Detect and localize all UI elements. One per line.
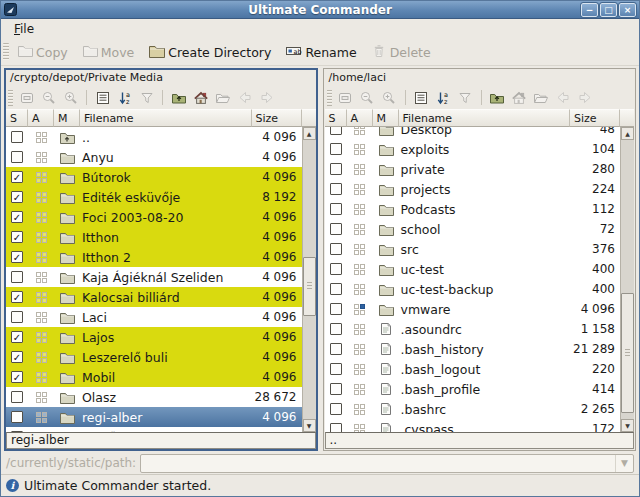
select-checkbox[interactable] <box>325 383 347 395</box>
select-checkbox[interactable] <box>325 283 347 295</box>
file-row[interactable]: Desktop48 <box>325 127 621 139</box>
select-checkbox[interactable] <box>6 431 28 432</box>
title-bar[interactable]: Ultimate Commander − □ × <box>1 1 639 19</box>
file-row[interactable]: vmware4 096 <box>325 299 621 319</box>
select-checkbox[interactable] <box>6 271 28 283</box>
list-view-icon[interactable] <box>92 88 113 107</box>
file-row[interactable]: src376 <box>325 239 621 259</box>
toolbar-button-rename[interactable]: abRename <box>281 42 360 63</box>
select-checkbox[interactable]: ✓ <box>6 291 28 303</box>
select-checkbox[interactable] <box>325 363 347 375</box>
column-header-size[interactable]: Size <box>252 109 302 127</box>
select-checkbox[interactable] <box>6 151 28 163</box>
file-row[interactable]: ✓Bútorok4 096 <box>6 167 302 187</box>
column-header-a[interactable]: A <box>28 109 54 127</box>
toolbar-button-create-directory[interactable]: Create Directory <box>144 42 275 63</box>
home-icon[interactable] <box>190 88 211 107</box>
select-checkbox[interactable]: ✓ <box>6 191 28 203</box>
select-checkbox[interactable] <box>6 411 28 423</box>
up-directory-icon[interactable] <box>168 88 189 107</box>
pane-toolbar-drag-handle[interactable] <box>8 90 13 106</box>
file-row[interactable]: .cvspass172 <box>325 419 621 432</box>
right-scrollbar[interactable]: ▲ ▼ <box>620 127 634 432</box>
scroll-down-icon[interactable]: ▼ <box>621 419 634 432</box>
list-view-icon[interactable] <box>411 88 432 107</box>
select-checkbox[interactable]: ✓ <box>6 231 28 243</box>
file-row[interactable]: .bash_history21 289 <box>325 339 621 359</box>
select-checkbox[interactable] <box>6 311 28 323</box>
left-scrollbar-trough[interactable] <box>303 140 316 419</box>
maximize-button[interactable]: □ <box>600 3 617 17</box>
select-checkbox[interactable] <box>325 423 347 432</box>
select-checkbox[interactable]: ✓ <box>6 351 28 363</box>
file-row[interactable]: private280 <box>325 159 621 179</box>
select-checkbox[interactable] <box>325 323 347 335</box>
select-checkbox[interactable]: ✓ <box>6 171 28 183</box>
select-checkbox[interactable]: ✓ <box>6 211 28 223</box>
file-row[interactable]: regi-alber4 096 <box>6 407 302 427</box>
right-scrollbar-thumb[interactable] <box>621 293 634 413</box>
file-row[interactable]: uc-test-backup400 <box>325 279 621 299</box>
select-checkbox[interactable] <box>325 203 347 215</box>
file-row[interactable]: ✓Leszerelő buli4 096 <box>6 347 302 367</box>
file-row[interactable]: ✓Itthon4 096 <box>6 227 302 247</box>
file-row[interactable]: exploits104 <box>325 139 621 159</box>
select-checkbox[interactable]: ✓ <box>6 371 28 383</box>
select-checkbox[interactable] <box>6 391 28 403</box>
file-row[interactable]: ✓Kalocsai billiárd4 096 <box>6 287 302 307</box>
column-header-filename[interactable]: Filename <box>399 109 571 127</box>
select-checkbox[interactable] <box>325 127 347 135</box>
file-row[interactable]: .asoundrc1 158 <box>325 319 621 339</box>
file-row[interactable]: Szülők4 096 <box>6 427 302 432</box>
select-checkbox[interactable] <box>325 343 347 355</box>
column-header-a[interactable]: A <box>347 109 373 127</box>
menu-file[interactable]: File <box>6 20 42 38</box>
pane-toolbar-drag-handle[interactable] <box>327 90 332 106</box>
select-checkbox[interactable] <box>325 223 347 235</box>
file-row[interactable]: ✓Itthon 24 096 <box>6 247 302 267</box>
column-header-m[interactable]: M <box>54 109 80 127</box>
minimize-button[interactable]: − <box>581 3 598 17</box>
file-row[interactable]: .bash_logout220 <box>325 359 621 379</box>
file-row[interactable]: Kaja Ágiéknál Szeliden4 096 <box>6 267 302 287</box>
file-row[interactable]: uc-test400 <box>325 259 621 279</box>
column-header-s[interactable]: S <box>325 109 347 127</box>
column-header-size[interactable]: Size <box>570 109 620 127</box>
file-row[interactable]: ✓Editék esküvője8 192 <box>6 187 302 207</box>
file-row[interactable]: .bash_profile414 <box>325 379 621 399</box>
select-checkbox[interactable]: ✓ <box>6 331 28 343</box>
left-scrollbar[interactable]: ▲ ▼ <box>302 127 316 432</box>
column-header-filename[interactable]: Filename <box>80 109 252 127</box>
column-header-m[interactable]: M <box>373 109 399 127</box>
select-checkbox[interactable] <box>325 303 347 315</box>
file-row[interactable]: ✓Lajos4 096 <box>6 327 302 347</box>
file-row[interactable]: Olasz28 672 <box>6 387 302 407</box>
select-checkbox[interactable] <box>325 403 347 415</box>
scroll-up-icon[interactable]: ▲ <box>621 127 634 140</box>
file-row[interactable]: school72 <box>325 219 621 239</box>
select-checkbox[interactable] <box>325 183 347 195</box>
column-header-s[interactable]: S <box>6 109 28 127</box>
file-row[interactable]: ✓Mobil4 096 <box>6 367 302 387</box>
scroll-down-icon[interactable]: ▼ <box>303 419 316 432</box>
sort-icon[interactable]: az <box>433 88 454 107</box>
file-row[interactable]: ..4 096 <box>6 127 302 147</box>
select-checkbox[interactable]: ✓ <box>6 251 28 263</box>
scroll-up-icon[interactable]: ▲ <box>303 127 316 140</box>
left-scrollbar-thumb[interactable] <box>303 257 316 316</box>
file-row[interactable]: ✓Foci 2003-08-204 096 <box>6 207 302 227</box>
file-row[interactable]: Laci4 096 <box>6 307 302 327</box>
select-checkbox[interactable] <box>325 243 347 255</box>
select-checkbox[interactable] <box>325 263 347 275</box>
file-row[interactable]: .bashrc2 265 <box>325 399 621 419</box>
up-directory-icon[interactable] <box>487 88 508 107</box>
select-checkbox[interactable] <box>325 163 347 175</box>
select-checkbox[interactable] <box>6 131 28 143</box>
file-row[interactable]: Podcasts112 <box>325 199 621 219</box>
right-scrollbar-trough[interactable] <box>621 140 634 419</box>
sort-icon[interactable]: az <box>114 88 135 107</box>
select-checkbox[interactable] <box>325 143 347 155</box>
file-row[interactable]: projects224 <box>325 179 621 199</box>
close-button[interactable]: × <box>619 3 636 17</box>
file-row[interactable]: Anyu4 096 <box>6 147 302 167</box>
